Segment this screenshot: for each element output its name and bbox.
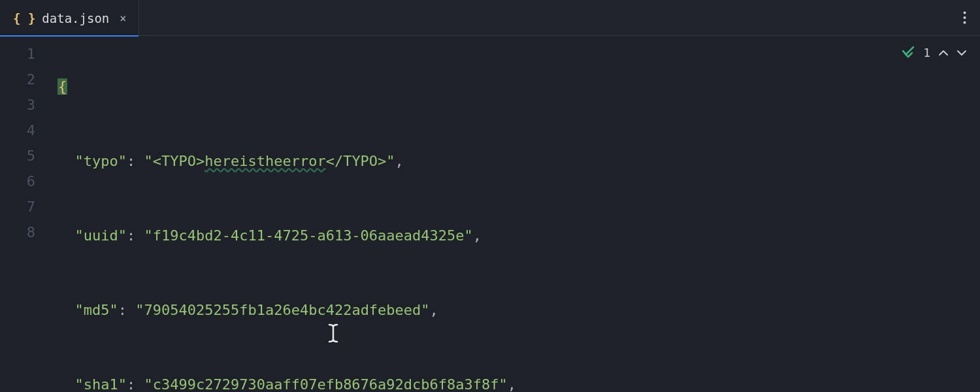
code-line: "uuid": "f19c4bd2-4c11-4725-a613-06aaead… xyxy=(54,223,980,248)
line-number: 2 xyxy=(0,67,54,92)
svg-point-2 xyxy=(963,22,966,24)
line-number: 3 xyxy=(0,92,54,118)
code-area[interactable]: { "typo": "<TYPO>hereistheerror</TYPO>",… xyxy=(54,36,980,392)
chevron-up-icon[interactable] xyxy=(938,46,949,59)
tab-bar: { } data.json × xyxy=(0,0,980,36)
line-number: 6 xyxy=(0,169,54,194)
line-number-gutter: 1 2 3 4 5 6 7 8 xyxy=(0,36,54,392)
code-line: "sha1": "c3499c2729730aaff07efb8676a92dc… xyxy=(54,372,980,392)
line-number: 1 xyxy=(0,41,54,67)
code-line: { xyxy=(54,74,980,99)
line-number: 4 xyxy=(0,118,54,143)
checkmark-icon xyxy=(901,44,915,61)
line-number: 5 xyxy=(0,143,54,169)
find-status-widget: 1 xyxy=(901,44,967,61)
find-match-count: 1 xyxy=(923,46,930,59)
svg-point-1 xyxy=(963,16,966,19)
code-line: "typo": "<TYPO>hereistheerror</TYPO>", xyxy=(54,148,980,174)
code-editor[interactable]: 1 1 2 3 4 5 6 7 8 { "typo": "<TYPO>herei… xyxy=(0,36,980,392)
line-number: 8 xyxy=(0,220,54,245)
tab-data-json[interactable]: { } data.json × xyxy=(0,0,139,36)
tab-filename: data.json xyxy=(42,11,109,25)
line-number: 7 xyxy=(0,194,54,220)
json-file-icon: { } xyxy=(13,11,35,25)
svg-point-0 xyxy=(963,12,966,14)
more-actions-icon[interactable] xyxy=(949,0,980,35)
typo-underline: hereistheerror xyxy=(204,153,325,169)
close-icon[interactable]: × xyxy=(120,12,126,25)
code-line: "md5": "79054025255fb1a26e4bc422adfebeed… xyxy=(54,297,980,323)
chevron-down-icon[interactable] xyxy=(956,46,967,59)
